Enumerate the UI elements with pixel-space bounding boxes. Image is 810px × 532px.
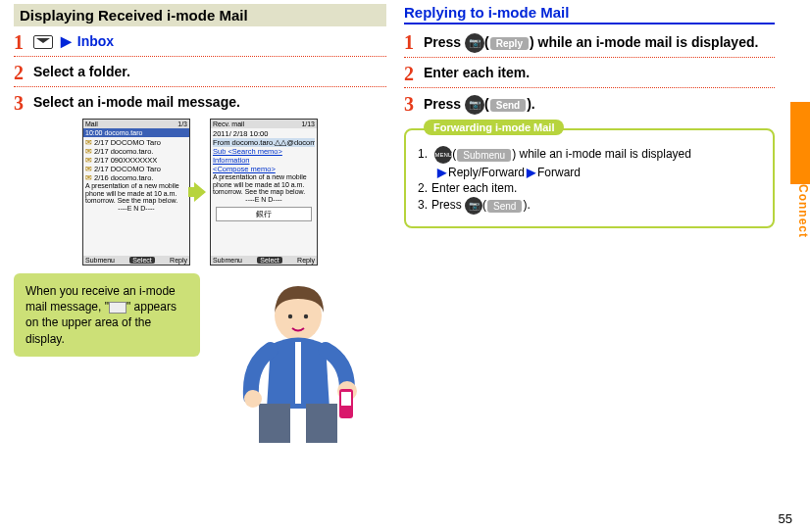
- fwd-text: Forward: [537, 166, 581, 179]
- svg-rect-7: [341, 392, 351, 406]
- arrow-icon: ▶: [61, 33, 72, 49]
- step-number: 2: [404, 64, 420, 83]
- step-text: Press: [424, 96, 465, 112]
- screen-page: 1/13: [301, 121, 315, 127]
- right-step-2: 2 Enter each item.: [404, 64, 775, 83]
- forward-box: Forwarding i-mode Mail 1. MENU(Submenu) …: [404, 128, 775, 228]
- softkey-left: Submenu: [213, 257, 242, 264]
- screen-compose-link: <Compose memo>: [213, 165, 276, 173]
- svg-rect-4: [306, 404, 337, 443]
- step-text: .: [532, 96, 535, 112]
- svg-rect-3: [259, 404, 290, 443]
- step-text: Enter each item.: [424, 64, 775, 83]
- fwd-text: Enter each item.: [431, 181, 517, 195]
- phone-screen-detail: Recv. mail1/13 2011/ 2/18 10:00 From doc…: [210, 119, 318, 266]
- left-step-3: 3 Select an i-mode mail message.: [14, 93, 386, 113]
- forward-box-title: Forwarding i-mode Mail: [424, 120, 564, 135]
- svg-point-2: [304, 314, 308, 318]
- screen-selected-row: 10:00 docomo.taro: [83, 128, 189, 137]
- send-button-label: Send: [487, 200, 522, 213]
- phone-screens: Mail1/3 10:00 docomo.taro ✉2/17 DOCOMO T…: [14, 119, 386, 266]
- send-button-label: Send: [490, 99, 526, 112]
- list-item: ✉2/17 090XXXXXXX: [85, 156, 187, 165]
- inbox-label: Inbox: [77, 33, 114, 49]
- camera-button-icon: 📷: [465, 95, 484, 115]
- menu-button-icon: MENU: [434, 146, 452, 164]
- softkey-right: Reply: [170, 257, 187, 264]
- fwd-text: Reply/Forward: [448, 166, 525, 179]
- softkey-right: Reply: [297, 257, 315, 264]
- divider: [14, 56, 386, 57]
- screen-title: Recv. mail: [213, 121, 244, 127]
- step-text: Press: [424, 34, 465, 50]
- left-section-title: Displaying Received i-mode Mail: [14, 4, 386, 26]
- screen-end: ----E N D----: [213, 196, 315, 204]
- right-section-title: Replying to i-mode Mail: [404, 4, 569, 21]
- list-item: ✉2/17 DOCOMO Taro: [85, 138, 187, 147]
- reply-button-label: Reply: [490, 37, 529, 50]
- screen-banner: 銀行: [216, 207, 312, 221]
- divider: [404, 87, 775, 88]
- screen-title: Mail: [85, 121, 98, 127]
- list-item: ✉2/17 DOCOMO Taro: [85, 165, 187, 173]
- side-tab-label: Connect: [792, 184, 810, 238]
- camera-button-icon: 📷: [465, 33, 484, 53]
- list-item: ✉2/16 docomo.taro.: [85, 173, 187, 182]
- fwd-text: .: [527, 198, 530, 212]
- camera-button-icon: 📷: [465, 197, 482, 215]
- right-step-3: 3 Press 📷(Send).: [404, 94, 775, 115]
- divider: [14, 86, 386, 87]
- arrow-icon: ▶: [437, 166, 446, 179]
- screen-end: ----E N D----: [85, 205, 187, 213]
- divider: [404, 57, 775, 58]
- screen-date: 2011/ 2/18 10:00: [213, 129, 315, 138]
- screen-page: 1/3: [177, 121, 187, 127]
- arrow-icon: ▶: [527, 166, 535, 179]
- submenu-button-label: Submenu: [457, 149, 511, 162]
- step-number: 3: [404, 94, 420, 115]
- tip-callout: When you receive an i-mode mail message,…: [14, 273, 200, 357]
- screen-info-link: Information: [213, 156, 250, 165]
- fwd-num: 1.: [418, 147, 431, 161]
- step-text: Select a folder.: [33, 63, 386, 82]
- mail-envelope-icon: [33, 35, 53, 49]
- softkey-mid: Select: [129, 257, 154, 264]
- mail-icon: [109, 302, 127, 314]
- page-number: 55: [779, 511, 792, 526]
- chevron-right-icon: [194, 182, 206, 202]
- svg-point-1: [288, 314, 292, 318]
- fwd-num: 3.: [418, 198, 431, 212]
- screen-body: A presentation of a new mobile phone wil…: [213, 173, 315, 196]
- left-step-1: 1 ▶ Inbox: [14, 32, 386, 52]
- step-text: Select an i-mode mail message.: [33, 93, 386, 113]
- left-step-2: 2 Select a folder.: [14, 63, 386, 82]
- list-item: ✉2/17 docomo.taro.: [85, 147, 187, 156]
- svg-point-8: [244, 390, 262, 408]
- right-step-1: 1 Press 📷(Reply) while an i-mode mail is…: [404, 32, 775, 53]
- step-number: 1: [14, 32, 29, 52]
- fwd-num: 2.: [418, 181, 431, 195]
- screen-from: From docomo.taro.△△@docom: [213, 138, 315, 147]
- step-number: 1: [404, 32, 420, 53]
- fwd-text: Press: [431, 198, 465, 212]
- right-section-title-wrap: Replying to i-mode Mail: [404, 4, 775, 24]
- step-text: while an i-mode mail is displayed.: [534, 34, 759, 50]
- phone-screen-list: Mail1/3 10:00 docomo.taro ✉2/17 DOCOMO T…: [82, 119, 190, 266]
- fwd-text: while an i-mode mail is displayed: [516, 147, 691, 161]
- screen-sub-link: Sub <Search memo>: [213, 147, 282, 156]
- screen-body: A presentation of a new mobile phone wil…: [85, 182, 187, 205]
- softkey-left: Submenu: [85, 257, 115, 264]
- softkey-mid: Select: [257, 257, 281, 264]
- step-number: 3: [14, 93, 29, 113]
- person-illustration: [200, 273, 386, 440]
- side-tab: [790, 102, 810, 184]
- step-number: 2: [14, 63, 29, 82]
